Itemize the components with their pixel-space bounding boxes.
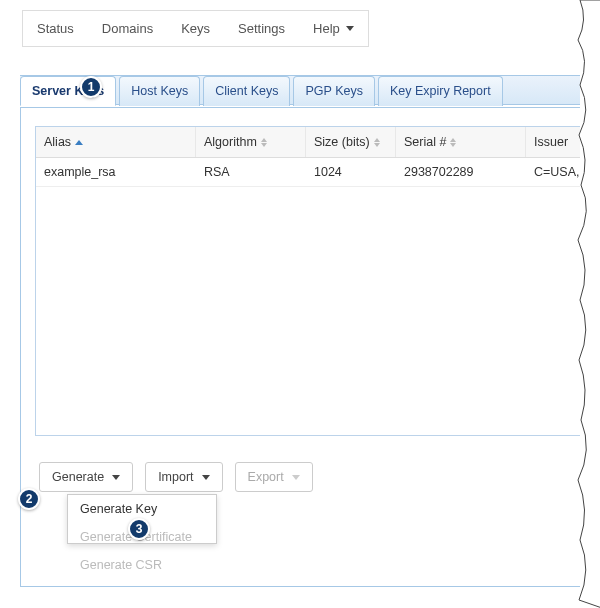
col-serial[interactable]: Serial # xyxy=(396,127,526,157)
callout-2: 2 xyxy=(18,488,40,510)
col-alias[interactable]: Alias xyxy=(36,127,196,157)
top-nav: Status Domains Keys Settings Help xyxy=(22,10,369,47)
cell-algorithm: RSA xyxy=(196,158,306,186)
keys-table: Alias Algorithm Size (bits) Serial # Iss… xyxy=(35,126,585,436)
tab-key-expiry[interactable]: Key Expiry Report xyxy=(378,76,503,106)
chevron-down-icon xyxy=(202,475,210,480)
tab-host-keys[interactable]: Host Keys xyxy=(119,76,200,106)
export-button[interactable]: Export xyxy=(235,462,313,492)
col-issuer[interactable]: Issuer xyxy=(526,127,584,157)
cell-issuer: C=USA, xyxy=(526,158,584,186)
sort-both-icon xyxy=(450,138,456,147)
chevron-down-icon xyxy=(292,475,300,480)
nav-domains[interactable]: Domains xyxy=(88,11,167,46)
cell-alias: example_rsa xyxy=(36,158,196,186)
callout-3: 3 xyxy=(128,518,150,540)
cell-serial: 2938702289 xyxy=(396,158,526,186)
nav-status[interactable]: Status xyxy=(23,11,88,46)
cell-size: 1024 xyxy=(306,158,396,186)
nav-keys[interactable]: Keys xyxy=(167,11,224,46)
generate-button[interactable]: Generate xyxy=(39,462,133,492)
table-header: Alias Algorithm Size (bits) Serial # Iss… xyxy=(36,127,584,158)
tab-server-keys[interactable]: Server Keys xyxy=(20,76,116,106)
import-button[interactable]: Import xyxy=(145,462,222,492)
menu-generate-csr: Generate CSR xyxy=(68,551,216,579)
chevron-down-icon xyxy=(346,26,354,31)
col-size[interactable]: Size (bits) xyxy=(306,127,396,157)
sort-both-icon xyxy=(374,138,380,147)
tab-pgp-keys[interactable]: PGP Keys xyxy=(293,76,374,106)
tab-panel: Alias Algorithm Size (bits) Serial # Iss… xyxy=(20,107,600,587)
col-algorithm[interactable]: Algorithm xyxy=(196,127,306,157)
sort-both-icon xyxy=(261,138,267,147)
nav-help[interactable]: Help xyxy=(299,11,368,46)
table-body[interactable]: example_rsa RSA 1024 2938702289 C=USA, xyxy=(36,158,584,435)
chevron-down-icon xyxy=(112,475,120,480)
table-row[interactable]: example_rsa RSA 1024 2938702289 C=USA, xyxy=(36,158,584,187)
tab-client-keys[interactable]: Client Keys xyxy=(203,76,290,106)
tab-row: Server Keys Host Keys Client Keys PGP Ke… xyxy=(20,75,600,105)
callout-1: 1 xyxy=(80,76,102,98)
nav-settings[interactable]: Settings xyxy=(224,11,299,46)
sort-asc-icon xyxy=(75,140,83,145)
